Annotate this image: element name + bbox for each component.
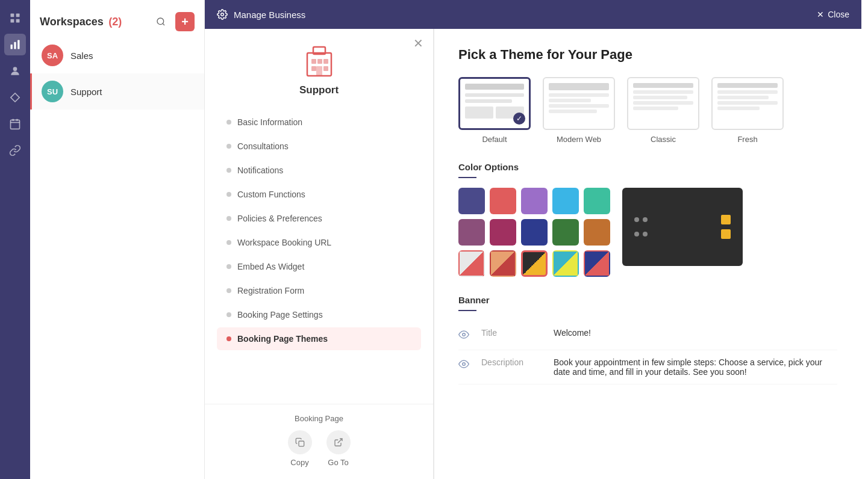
- color-swatch-violet[interactable]: [521, 188, 548, 214]
- theme-card-classic[interactable]: Classic: [627, 77, 699, 144]
- modal-panel: Manage Business ✕ Close ✕: [205, 0, 861, 479]
- color-swatch-mauve[interactable]: [458, 219, 485, 246]
- theme-preview-classic: [627, 77, 699, 130]
- color-swatch-red[interactable]: [490, 188, 516, 214]
- nav-item-custom-functions[interactable]: Custom Functions: [217, 183, 421, 206]
- theme-card-fresh[interactable]: Fresh: [711, 77, 784, 144]
- color-swatch-grad-5[interactable]: [584, 250, 610, 277]
- color-swatch-crimson[interactable]: [490, 219, 516, 246]
- nav-label: Consultations: [237, 141, 289, 151]
- banner-section: Banner Title Welcome! Description: [458, 295, 837, 385]
- icon-rail: [0, 0, 30, 479]
- goto-button[interactable]: Go To: [326, 430, 351, 467]
- theme-preview-display: [622, 188, 743, 266]
- modal-topbar-title: Manage Business: [217, 9, 305, 20]
- modal-close-button[interactable]: ✕: [413, 36, 423, 51]
- color-swatch-navy[interactable]: [521, 219, 548, 246]
- color-swatch-orange[interactable]: [584, 219, 610, 246]
- goto-label: Go To: [328, 458, 348, 467]
- nav-dot: [226, 288, 231, 293]
- nav-item-embed-widget[interactable]: Embed As Widget: [217, 255, 421, 278]
- preview-square-1: [721, 215, 731, 224]
- close-top-button[interactable]: ✕ Close: [817, 10, 849, 19]
- theme-name-default: Default: [482, 135, 507, 144]
- svg-rect-5: [14, 42, 16, 49]
- color-swatch-purple[interactable]: [458, 188, 485, 214]
- eye-icon-description[interactable]: [458, 359, 469, 372]
- workspace-item-sales[interactable]: SA Sales: [30, 37, 204, 73]
- svg-rect-1: [16, 14, 20, 17]
- workspace-name-sales: Sales: [70, 51, 93, 61]
- nav-dot: [226, 312, 231, 317]
- svg-rect-23: [299, 441, 304, 447]
- preview-dot-3: [634, 232, 639, 236]
- goto-icon: [326, 430, 351, 454]
- booking-actions: Copy Go To: [217, 430, 421, 467]
- nav-item-basic-info[interactable]: Basic Information: [217, 111, 421, 134]
- rail-icon-grid[interactable]: [4, 7, 26, 29]
- copy-button[interactable]: Copy: [288, 430, 312, 467]
- theme-preview-default: ✓: [458, 77, 531, 130]
- nav-dot: [226, 144, 231, 149]
- workspaces-label: Workspaces: [40, 16, 104, 28]
- search-button[interactable]: [151, 12, 170, 31]
- eye-icon-title[interactable]: [458, 329, 469, 342]
- theme-card-default[interactable]: ✓ Default: [458, 77, 531, 144]
- nav-item-registration[interactable]: Registration Form: [217, 279, 421, 302]
- rail-icon-calendar[interactable]: [4, 113, 26, 135]
- color-options-section: Color Options: [458, 162, 837, 277]
- preview-row-2: [634, 229, 731, 239]
- modal-topbar: Manage Business ✕ Close: [205, 0, 861, 29]
- svg-rect-20: [311, 66, 316, 71]
- rail-icon-chart[interactable]: [4, 34, 26, 55]
- workspace-icon-area: Support: [299, 41, 339, 96]
- preview-dot-4: [643, 232, 648, 236]
- nav-label: Workspace Booking URL: [237, 238, 331, 247]
- workspace-item-support[interactable]: SU Support: [30, 73, 204, 110]
- workspace-name-support: Support: [70, 87, 102, 97]
- banner-field-desc-label: Description: [481, 357, 542, 367]
- svg-rect-2: [11, 19, 14, 23]
- color-swatch-blue[interactable]: [552, 188, 579, 214]
- svg-point-7: [13, 67, 17, 71]
- sidebar-title: Workspaces (2): [40, 16, 122, 28]
- svg-rect-6: [17, 40, 19, 49]
- nav-item-booking-settings[interactable]: Booking Page Settings: [217, 303, 421, 326]
- nav-label-active: Booking Page Themes: [237, 334, 328, 344]
- nav-item-notifications[interactable]: Notifications: [217, 159, 421, 182]
- color-swatch-grad-1[interactable]: [458, 250, 485, 277]
- color-swatch-grad-4[interactable]: [552, 250, 579, 277]
- svg-point-12: [157, 18, 164, 25]
- preview-dot-2: [643, 217, 648, 222]
- preview-square-2: [721, 229, 731, 239]
- svg-rect-19: [323, 59, 328, 64]
- nav-item-policies[interactable]: Policies & Preferences: [217, 207, 421, 230]
- avatar-support: SU: [42, 81, 63, 102]
- color-swatch-grad-2[interactable]: [490, 250, 516, 277]
- svg-rect-8: [11, 120, 20, 129]
- rail-icon-link[interactable]: [4, 140, 26, 161]
- nav-dot: [226, 264, 231, 269]
- add-workspace-button[interactable]: +: [175, 12, 195, 31]
- color-swatch-grad-dark[interactable]: [521, 250, 548, 277]
- nav-dot-active: [226, 336, 231, 341]
- nav-label: Basic Information: [237, 117, 302, 127]
- nav-item-booking-url[interactable]: Workspace Booking URL: [217, 231, 421, 254]
- rail-icon-tag[interactable]: [4, 87, 26, 108]
- workspaces-count: (2): [108, 16, 122, 28]
- rail-icon-person[interactable]: [4, 60, 26, 82]
- banner-field-title-label: Title: [481, 328, 542, 338]
- color-swatch-green[interactable]: [552, 219, 579, 246]
- nav-dot: [226, 216, 231, 221]
- theme-preview-modern: [543, 77, 615, 130]
- preview-row-1: [634, 215, 731, 224]
- copy-label: Copy: [290, 458, 308, 467]
- color-options-title: Color Options: [458, 162, 837, 172]
- nav-label: Booking Page Settings: [237, 310, 323, 320]
- nav-item-consultations[interactable]: Consultations: [217, 135, 421, 158]
- banner-desc-value: Book your appointment in few simple step…: [554, 357, 837, 377]
- nav-item-booking-themes[interactable]: Booking Page Themes: [217, 327, 421, 350]
- theme-card-modern[interactable]: Modern Web: [543, 77, 615, 144]
- color-swatch-teal[interactable]: [584, 188, 610, 214]
- avatar-sales: SA: [42, 45, 63, 66]
